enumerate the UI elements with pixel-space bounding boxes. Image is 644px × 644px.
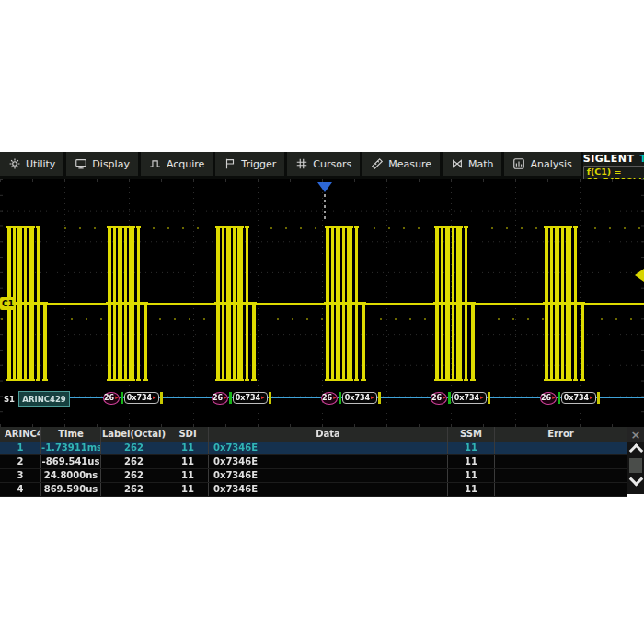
cell-error <box>495 469 627 482</box>
decode-bus-tag: S1 ARINC429 <box>4 391 70 407</box>
table-scrollbar: × <box>627 427 644 494</box>
frame-data-box: 0x734▸ <box>233 392 268 404</box>
brand-logo: SIGLENT <box>583 153 635 165</box>
decode-frame: 26▸0x734▸ <box>321 390 381 406</box>
menu-item-label: Acquire <box>167 158 204 170</box>
cell-error <box>495 483 627 496</box>
bus-name-box[interactable]: ARINC429 <box>18 391 70 407</box>
status-block: SIGLENT Trig'd f(C1) = 21.74518kHz <box>583 152 644 179</box>
cell-time: 869.590us <box>41 483 101 496</box>
table-close-button[interactable]: × <box>627 427 644 442</box>
channel-c1-badge[interactable]: C1 <box>0 297 16 310</box>
cell-ssm: 11 <box>448 455 495 468</box>
decode-frame: 26▸0x734▸ <box>431 390 490 406</box>
row-number: 1 <box>0 442 41 454</box>
frame-data-box: 0x734▸ <box>124 392 159 404</box>
frame-ssm-bracket <box>597 392 600 404</box>
decode-frame: 26▸0x734▸ <box>103 390 163 406</box>
cell-ssm: 11 <box>448 442 495 454</box>
row-number: 3 <box>0 469 41 482</box>
cell-time: -869.541us <box>41 455 101 468</box>
truncation-arrow-icon: ▸ <box>371 395 374 401</box>
trigger-position-marker[interactable] <box>317 182 332 192</box>
cell-data: 0x7346E <box>209 455 448 468</box>
decode-frame: 26▸0x734▸ <box>540 390 600 406</box>
cell-label: 262 <box>101 442 167 454</box>
cell-label: 262 <box>101 483 167 496</box>
frame-sdi-bracket <box>558 392 560 404</box>
frame-data-box: 0x734▸ <box>342 392 377 404</box>
cell-time: 24.8000ns <box>41 469 101 482</box>
cell-sdi: 11 <box>167 469 209 482</box>
cursors-icon <box>295 157 308 170</box>
math-icon <box>451 157 464 170</box>
row-number: 4 <box>0 483 41 496</box>
frame-ssm-bracket <box>269 392 271 404</box>
menu-item-utility[interactable]: Utility <box>0 152 63 176</box>
truncation-arrow-icon: ▸ <box>261 395 265 401</box>
gear-icon <box>8 157 21 170</box>
waveform-plot-area: C1 S1 ARINC429 26▸0x734▸26▸0x734▸26▸0x73… <box>0 179 644 427</box>
menu-bar: UtilityDisplayAcquireTriggerCursorsMeasu… <box>0 152 644 179</box>
frame-sdi-bracket <box>229 392 232 404</box>
frame-label-ellipse: 26▸ <box>103 392 120 405</box>
cell-error <box>495 442 627 454</box>
analysis-icon <box>512 157 525 170</box>
menu-item-analysis[interactable]: Analysis <box>504 152 580 176</box>
menu-item-math[interactable]: Math <box>443 152 502 176</box>
table-row[interactable]: 324.8000ns262110x7346E11 <box>0 469 627 483</box>
screenshot-canvas: UtilityDisplayAcquireTriggerCursorsMeasu… <box>0 0 644 644</box>
bus-label: S1 <box>4 395 15 404</box>
cell-data: 0x7346E <box>209 442 448 454</box>
menu-item-label: Measure <box>388 158 431 170</box>
cell-error <box>495 455 627 468</box>
menu-item-label: Analysis <box>530 158 571 170</box>
truncation-arrow-icon: ▸ <box>480 395 484 401</box>
cell-label: 262 <box>101 469 167 482</box>
trigger-status-badge: Trig'd <box>640 154 644 164</box>
decode-table: ARINC429TimeLabel(Octal)SDIDataSSMError1… <box>0 427 644 494</box>
menu-item-label: Display <box>92 158 130 170</box>
truncation-arrow-icon: ▸ <box>443 395 446 401</box>
table-header-arinc429: ARINC429 <box>0 427 41 442</box>
menu-item-cursors[interactable]: Cursors <box>287 152 360 176</box>
frame-label-ellipse: 26▸ <box>212 392 228 405</box>
frame-label-ellipse: 26▸ <box>321 392 338 405</box>
menu-item-label: Trigger <box>241 158 276 170</box>
table-header-label-octal-: Label(Octal) <box>101 427 167 442</box>
menu-item-display[interactable]: Display <box>66 152 138 176</box>
frame-sdi-bracket <box>121 392 123 404</box>
cell-ssm: 11 <box>448 469 495 482</box>
truncation-arrow-icon: ▸ <box>590 395 593 401</box>
scroll-up-button[interactable] <box>627 442 644 457</box>
table-header-row: ARINC429TimeLabel(Octal)SDIDataSSMError <box>0 427 627 442</box>
truncation-arrow-icon: ▸ <box>333 395 337 401</box>
frame-data-box: 0x734▸ <box>561 392 596 404</box>
table-header-sdi: SDI <box>167 427 209 442</box>
menu-item-trigger[interactable]: Trigger <box>215 152 284 176</box>
chevron-up-icon <box>628 443 643 458</box>
menu-item-measure[interactable]: Measure <box>362 152 440 176</box>
table-row[interactable]: 4869.590us262110x7346E11 <box>0 483 627 497</box>
scroll-down-button[interactable] <box>627 474 644 489</box>
truncation-arrow-icon: ▸ <box>153 395 156 401</box>
menu-item-label: Cursors <box>313 158 351 170</box>
table-header-time: Time <box>41 427 101 442</box>
table-header-ssm: SSM <box>448 427 495 442</box>
cell-label: 262 <box>101 455 167 468</box>
acquire-icon <box>149 157 162 170</box>
measure-icon <box>371 157 384 170</box>
table-row[interactable]: 2-869.541us262110x7346E11 <box>0 455 627 469</box>
trigger-level-arrow[interactable] <box>635 269 644 282</box>
frame-ssm-bracket <box>378 392 381 404</box>
cell-ssm: 11 <box>448 483 495 496</box>
menu-item-acquire[interactable]: Acquire <box>141 152 213 176</box>
frame-label-ellipse: 26▸ <box>540 392 557 405</box>
chevron-down-icon <box>628 472 643 487</box>
cell-time: -1.73911ms <box>41 442 101 454</box>
truncation-arrow-icon: ▸ <box>115 395 119 401</box>
table-row[interactable]: 1-1.73911ms262110x7346E11 <box>0 442 627 455</box>
cell-sdi: 11 <box>167 455 209 468</box>
flag-icon <box>224 157 236 170</box>
frame-label-ellipse: 26▸ <box>431 392 447 405</box>
